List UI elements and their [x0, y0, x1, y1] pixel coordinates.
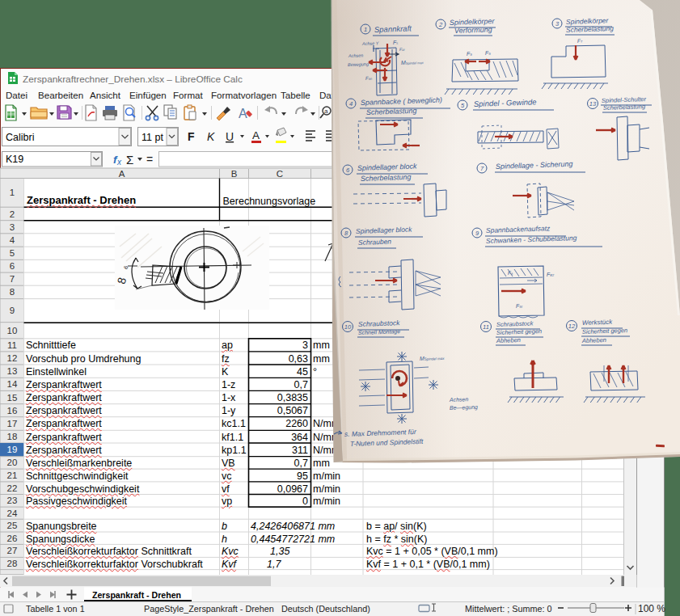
svg-text:FT: FT	[577, 38, 583, 44]
svg-text:Scherbelastung: Scherbelastung	[361, 173, 412, 183]
svg-text:Schwanken - Schubbelastung: Schwanken - Schubbelastung	[486, 234, 577, 245]
svg-text:FB2: FB2	[547, 272, 555, 277]
svg-text:1: 1	[364, 26, 367, 33]
svg-text:Spannkraft: Spannkraft	[374, 23, 412, 34]
svg-text:Schrauben: Schrauben	[358, 238, 392, 247]
svg-text:6: 6	[346, 167, 350, 174]
svg-text:Spindel - Gewinde: Spindel - Gewinde	[474, 97, 537, 108]
svg-text:4: 4	[349, 100, 353, 108]
svg-text:Schnell Montage: Schnell Montage	[358, 328, 400, 336]
svg-text:FS: FS	[467, 51, 473, 57]
svg-text:MSpindel max: MSpindel max	[401, 59, 424, 65]
svg-text:Achsen: Achsen	[449, 396, 469, 403]
svg-text:Bewegung: Bewegung	[348, 61, 370, 67]
svg-text:Fan: Fan	[365, 76, 373, 81]
svg-text:Schraubstock: Schraubstock	[496, 319, 534, 328]
svg-text:3: 3	[555, 20, 560, 27]
svg-text:Abheben: Abheben	[581, 336, 606, 344]
svg-text:9: 9	[475, 230, 479, 237]
svg-text:Spindellage - Sicherung: Spindellage - Sicherung	[496, 160, 573, 171]
svg-text:8: 8	[344, 230, 348, 237]
svg-text:Fs: Fs	[393, 40, 399, 45]
svg-text:Achsen: Achsen	[348, 53, 364, 58]
svg-text:11: 11	[483, 323, 489, 331]
svg-text:13: 13	[589, 100, 597, 108]
svg-text:Scherbelastung: Scherbelastung	[566, 24, 615, 34]
svg-text:Be—egung: Be—egung	[450, 404, 478, 411]
svg-text:Scherbelastung: Scherbelastung	[603, 103, 646, 112]
svg-text:FSt: FSt	[516, 303, 523, 309]
svg-text:Fa: Fa	[508, 270, 513, 276]
svg-text:Sicherheit gegen: Sicherheit gegen	[582, 327, 628, 335]
svg-text:Schraubstock: Schraubstock	[358, 319, 401, 328]
svg-text:Spindellager block: Spindellager block	[356, 226, 413, 235]
svg-text:Verformung: Verformung	[454, 25, 492, 35]
svg-text:2: 2	[438, 21, 443, 28]
svg-text:MSpindel max: MSpindel max	[420, 355, 446, 361]
svg-text:Werkstück: Werkstück	[582, 319, 613, 327]
svg-text:7: 7	[480, 165, 484, 172]
svg-text:12: 12	[568, 323, 576, 330]
svg-text:T-Nuten und Spindelstift: T-Nuten und Spindelstift	[350, 437, 424, 448]
svg-text:Achse Y: Achse Y	[361, 40, 379, 46]
svg-text:Für: Für	[399, 47, 406, 52]
svg-text:Spannbacke ( beweglich): Spannbacke ( beweglich)	[361, 95, 442, 107]
svg-text:Spindellager block: Spindellager block	[357, 162, 417, 172]
svg-text:Spannbackenaufsatz: Spannbackenaufsatz	[486, 224, 551, 234]
svg-text:Sicherheit gegen: Sicherheit gegen	[496, 327, 543, 336]
svg-text:FS: FS	[485, 50, 492, 56]
svg-text:10: 10	[344, 323, 352, 331]
svg-text:Abheben: Abheben	[496, 336, 521, 344]
svg-text:Scherbelastung: Scherbelastung	[366, 107, 417, 116]
svg-text:s. Max Drehmoment für: s. Max Drehmoment für	[344, 428, 417, 438]
svg-text:5: 5	[461, 102, 465, 109]
